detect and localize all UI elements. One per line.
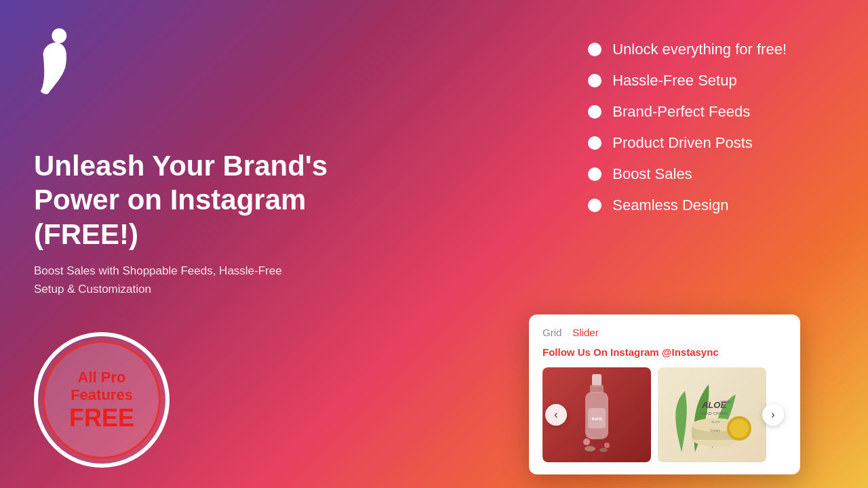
feature-dot-1: [588, 74, 601, 87]
left-panel: Unleash Your Brand's Power on Instagram …: [34, 149, 373, 298]
prev-button[interactable]: ‹: [545, 404, 567, 426]
feature-label-0: Unlock everything for free!: [612, 41, 787, 58]
bottle-svg-1: aura: [573, 374, 620, 455]
feature-label-1: Hassle-Free Setup: [612, 72, 736, 89]
feature-item-0: Unlock everything for free!: [588, 41, 787, 58]
tab-grid[interactable]: Grid: [542, 327, 561, 338]
feature-item-3: Product Driven Posts: [588, 134, 787, 152]
svg-rect-1: [592, 374, 601, 386]
svg-text:vera: vera: [720, 399, 731, 405]
feature-dot-2: [588, 105, 601, 119]
widget-tabs: Grid Slider: [542, 327, 787, 338]
svg-point-0: [52, 28, 66, 43]
svg-text:HAND CREAM: HAND CREAM: [701, 411, 728, 415]
feature-item-2: Brand-Perfect Feeds: [588, 103, 787, 121]
feature-dot-0: [588, 43, 601, 56]
product-bg-light: aura Cream ALOE vera HAND CREAM: [658, 367, 766, 462]
feature-item-1: Hassle-Free Setup: [588, 72, 787, 89]
svg-text:aura: aura: [711, 420, 720, 424]
svg-point-6: [583, 439, 590, 445]
instasync-logo: [34, 27, 75, 95]
widget-handle: @Instasync: [662, 346, 719, 358]
features-panel: Unlock everything for free! Hassle-Free …: [588, 41, 787, 214]
feature-dot-5: [588, 199, 601, 212]
aloe-svg: aura Cream ALOE vera HAND CREAM: [661, 371, 763, 459]
svg-point-16: [730, 419, 749, 438]
instagram-widget-card: Grid Slider Follow Us On Instagram @Inst…: [529, 314, 800, 474]
headline: Unleash Your Brand's Power on Instagram …: [34, 149, 373, 251]
feature-dot-4: [588, 167, 601, 181]
feature-label-2: Brand-Perfect Feeds: [612, 103, 750, 121]
feature-label-3: Product Driven Posts: [612, 134, 753, 152]
pro-features-badge: All Pro Features FREE: [34, 332, 170, 468]
subheadline: Boost Sales with Shoppable Feeds, Hassle…: [34, 262, 305, 298]
widget-images-container: ‹ aura: [542, 367, 787, 462]
tab-slider[interactable]: Slider: [572, 327, 598, 338]
widget-title: Follow Us On Instagram @Instasync: [542, 346, 787, 358]
svg-text:Cream: Cream: [710, 428, 720, 432]
svg-point-7: [604, 443, 610, 448]
feature-item-4: Boost Sales: [588, 165, 787, 183]
feature-label-5: Seamless Design: [612, 197, 728, 214]
badge-text-free: FREE: [69, 405, 134, 432]
logo-area: [34, 27, 75, 98]
badge-inner: All Pro Features FREE: [43, 341, 161, 459]
feature-item-5: Seamless Design: [588, 197, 787, 214]
svg-point-9: [599, 448, 608, 452]
feature-dot-3: [588, 136, 601, 150]
next-button[interactable]: ›: [762, 404, 784, 426]
product-image-2: aura Cream ALOE vera HAND CREAM: [658, 367, 766, 462]
svg-text:aura: aura: [592, 416, 602, 421]
badge-text-all-pro: All Pro Features: [71, 369, 133, 405]
svg-point-8: [585, 446, 595, 451]
feature-label-4: Boost Sales: [612, 165, 692, 183]
